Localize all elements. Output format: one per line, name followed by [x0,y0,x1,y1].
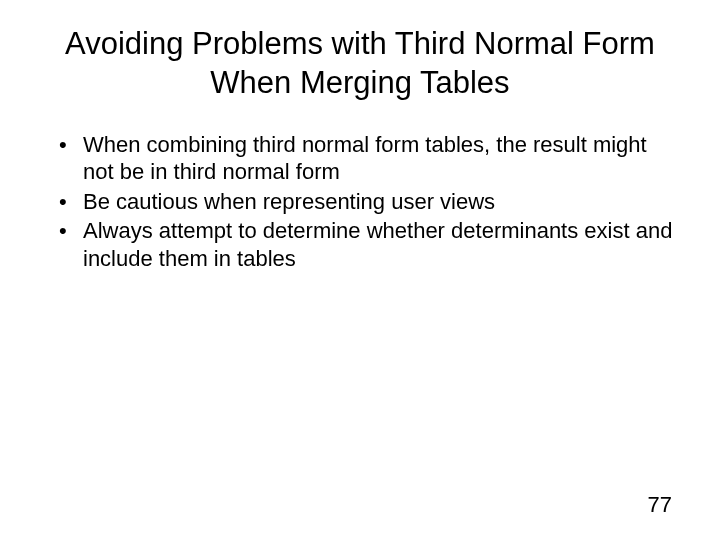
bullet-item: When combining third normal form tables,… [55,131,675,186]
slide-container: Avoiding Problems with Third Normal Form… [0,0,720,540]
bullet-item: Be cautious when representing user views [55,188,675,216]
page-number: 77 [648,492,672,518]
bullet-item: Always attempt to determine whether dete… [55,217,675,272]
slide-title: Avoiding Problems with Third Normal Form… [45,25,675,103]
bullet-list: When combining third normal form tables,… [45,131,675,273]
